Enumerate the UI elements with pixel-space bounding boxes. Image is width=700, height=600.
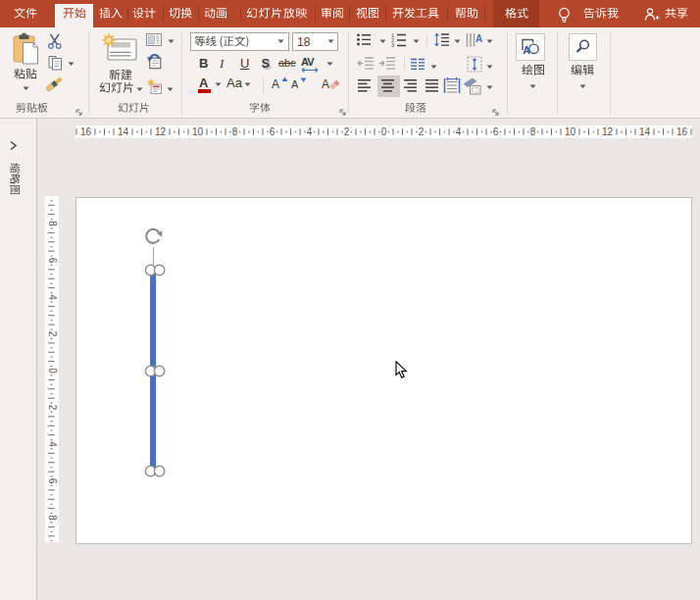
svg-text:A: A: [475, 33, 482, 44]
svg-text:2: 2: [391, 37, 394, 43]
svg-text:6: 6: [47, 258, 58, 264]
svg-text:AV: AV: [301, 56, 315, 68]
svg-text:A: A: [523, 44, 530, 56]
svg-text:8: 8: [47, 515, 58, 521]
svg-text:2: 2: [344, 126, 350, 137]
svg-text:4: 4: [456, 126, 462, 137]
svg-text:1: 1: [391, 32, 394, 38]
svg-text:10: 10: [565, 126, 576, 137]
svg-text:14: 14: [639, 126, 651, 137]
svg-text:6: 6: [493, 126, 499, 137]
svg-text:10: 10: [192, 126, 204, 137]
svg-text:4: 4: [47, 294, 58, 300]
svg-text:16: 16: [676, 126, 688, 137]
svg-text:3: 3: [391, 42, 394, 47]
svg-text:16: 16: [80, 126, 92, 137]
svg-text:14: 14: [118, 126, 129, 137]
svg-text:0: 0: [381, 126, 387, 137]
svg-text:4: 4: [47, 441, 58, 447]
svg-text:6: 6: [47, 478, 58, 484]
svg-text:8: 8: [232, 126, 238, 137]
svg-text:12: 12: [602, 126, 614, 137]
svg-text:12: 12: [155, 126, 167, 137]
svg-text:2: 2: [47, 331, 58, 337]
svg-text:2: 2: [419, 126, 425, 137]
svg-text:8: 8: [47, 221, 58, 226]
svg-text:2: 2: [47, 405, 58, 411]
svg-text:8: 8: [530, 126, 536, 137]
svg-text:4: 4: [307, 126, 313, 137]
svg-text:6: 6: [270, 126, 275, 137]
svg-text:0: 0: [47, 368, 58, 374]
